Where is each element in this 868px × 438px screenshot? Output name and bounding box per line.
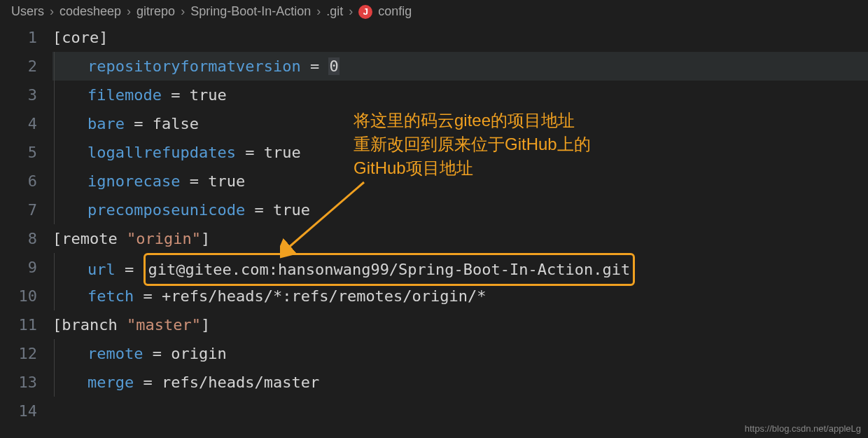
breadcrumb: Users › codesheep › gitrepo › Spring-Boo… (0, 0, 868, 23)
code-line[interactable]: [branch "master"] (52, 310, 868, 339)
equals: = (143, 345, 171, 362)
chevron-right-icon: › (50, 4, 54, 19)
config-value: true (190, 86, 227, 104)
breadcrumb-item[interactable]: .git (326, 4, 343, 19)
code-line[interactable]: fetch = +refs/heads/*:refs/remotes/origi… (52, 282, 868, 310)
code-line[interactable]: [core] (52, 23, 868, 52)
section-name: remote (62, 230, 127, 247)
equals: = (134, 374, 162, 391)
config-value: true (264, 144, 301, 161)
code-line[interactable] (52, 397, 868, 425)
line-number: 7 (0, 196, 37, 224)
config-value: origin (171, 345, 226, 362)
equals: = (115, 261, 144, 278)
line-number: 13 (0, 368, 37, 397)
config-key: fetch (88, 287, 134, 305)
code-line-active[interactable]: repositoryformatversion = 0 (52, 52, 868, 81)
config-key: precomposeunicode (88, 201, 245, 219)
equals: = (162, 86, 190, 104)
section-name: branch (62, 316, 127, 334)
code-editor[interactable]: 1 2 3 4 5 6 7 8 9 10 11 12 13 14 [core] … (0, 23, 868, 425)
config-key: remote (88, 345, 143, 362)
config-value: +refs/heads/*:refs/remotes/origin/* (162, 287, 486, 305)
equals: = (245, 201, 273, 219)
equals: = (236, 144, 264, 161)
watermark: https://blog.csdn.net/appleLg (745, 423, 861, 434)
bracket: ] (201, 316, 210, 334)
line-number: 4 (0, 109, 37, 138)
chevron-right-icon: › (349, 4, 353, 19)
code-content[interactable]: [core] repositoryformatversion = 0 filem… (52, 23, 868, 425)
breadcrumb-item[interactable]: Users (11, 4, 44, 19)
equals: = (125, 115, 153, 132)
code-line[interactable]: url = git@gitee.com:hansonwang99/Spring-… (52, 253, 868, 282)
code-line[interactable]: filemode = true (52, 81, 868, 109)
config-key: repositoryformatversion (88, 57, 301, 75)
equals: = (301, 57, 329, 75)
config-value: true (273, 201, 310, 219)
file-type-icon: J (358, 5, 372, 19)
code-line[interactable]: ignorecase = true (52, 167, 868, 196)
breadcrumb-item[interactable]: Spring-Boot-In-Action (190, 4, 311, 19)
section-name: core (62, 29, 99, 46)
line-number: 5 (0, 138, 37, 167)
config-value: true (208, 172, 245, 190)
chevron-right-icon: › (181, 4, 185, 19)
line-number: 10 (0, 282, 37, 310)
line-number: 12 (0, 339, 37, 368)
code-line[interactable]: remote = origin (52, 339, 868, 368)
bracket: [ (52, 316, 62, 334)
config-key: bare (88, 115, 125, 132)
config-value: false (153, 115, 199, 132)
highlighted-url-box: git@gitee.com:hansonwang99/Spring-Boot-I… (144, 253, 636, 286)
section-quote: "master" (127, 316, 201, 334)
code-line[interactable]: logallrefupdates = true (52, 138, 868, 167)
bracket: ] (201, 230, 210, 247)
line-number-gutter: 1 2 3 4 5 6 7 8 9 10 11 12 13 14 (0, 23, 52, 425)
config-value: refs/heads/master (162, 374, 319, 391)
line-number: 11 (0, 310, 37, 339)
line-number: 3 (0, 81, 37, 109)
line-number: 14 (0, 397, 37, 425)
config-value: 0 (328, 57, 339, 75)
code-line[interactable]: precomposeunicode = true (52, 196, 868, 224)
code-line[interactable]: [remote "origin"] (52, 224, 868, 253)
chevron-right-icon: › (127, 4, 131, 19)
line-number: 2 (0, 52, 37, 81)
bracket: [ (52, 29, 62, 46)
config-key: ignorecase (88, 172, 180, 190)
line-number: 1 (0, 23, 37, 52)
equals: = (134, 287, 162, 305)
breadcrumb-item[interactable]: config (378, 4, 412, 19)
breadcrumb-item[interactable]: codesheep (59, 4, 121, 19)
code-line[interactable]: merge = refs/heads/master (52, 368, 868, 397)
config-key: merge (88, 374, 134, 391)
config-value: git@gitee.com:hansonwang99/Spring-Boot-I… (148, 261, 631, 278)
equals: = (180, 172, 208, 190)
chevron-right-icon: › (316, 4, 321, 19)
line-number: 6 (0, 167, 37, 196)
bracket: [ (52, 230, 62, 247)
bracket: ] (99, 29, 108, 46)
section-quote: "origin" (127, 230, 201, 247)
config-key: logallrefupdates (88, 144, 236, 161)
code-line[interactable]: bare = false (52, 109, 868, 138)
line-number: 8 (0, 224, 37, 253)
config-key: url (88, 261, 115, 278)
config-key: filemode (88, 86, 162, 104)
line-number: 9 (0, 253, 37, 282)
breadcrumb-item[interactable]: gitrepo (136, 4, 175, 19)
